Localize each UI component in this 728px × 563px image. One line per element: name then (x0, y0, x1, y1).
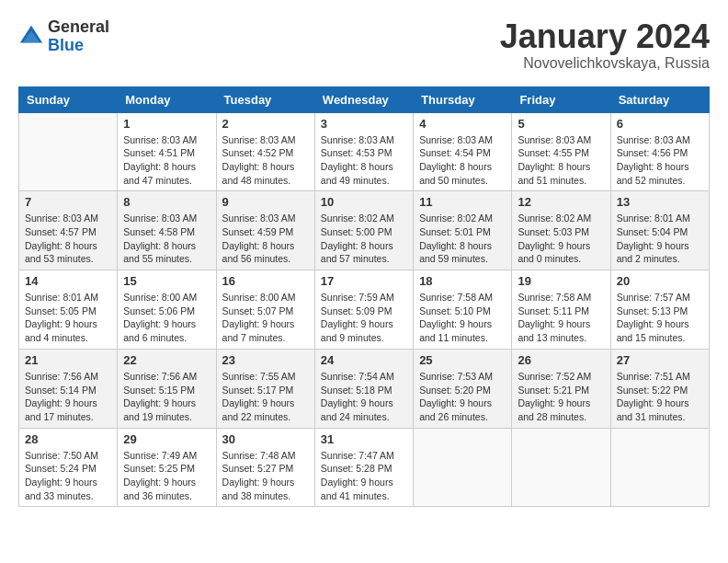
day-number: 5 (518, 117, 604, 131)
calendar-day-cell: 15Sunrise: 8:00 AM Sunset: 5:06 PM Dayli… (118, 270, 216, 350)
logo-general-text: General (48, 18, 109, 37)
weekday-header-row: SundayMondayTuesdayWednesdayThursdayFrid… (19, 86, 710, 112)
calendar-day-cell: 13Sunrise: 8:01 AM Sunset: 5:04 PM Dayli… (610, 191, 709, 270)
calendar-day-cell: 9Sunrise: 8:03 AM Sunset: 4:59 PM Daylig… (216, 191, 314, 270)
calendar-day-cell (414, 428, 512, 507)
day-info: Sunrise: 7:48 AM Sunset: 5:27 PM Dayligh… (222, 449, 309, 503)
day-number: 21 (25, 353, 111, 367)
day-info: Sunrise: 7:52 AM Sunset: 5:21 PM Dayligh… (518, 370, 604, 424)
calendar-week-row: 21Sunrise: 7:56 AM Sunset: 5:14 PM Dayli… (19, 349, 710, 428)
day-number: 25 (419, 353, 506, 367)
calendar-day-cell: 26Sunrise: 7:52 AM Sunset: 5:21 PM Dayli… (512, 349, 610, 428)
day-number: 6 (617, 117, 703, 131)
calendar-day-cell: 12Sunrise: 8:02 AM Sunset: 5:03 PM Dayli… (512, 191, 610, 270)
day-number: 2 (222, 117, 309, 131)
day-number: 11 (419, 195, 506, 209)
calendar-day-cell (512, 428, 610, 507)
day-info: Sunrise: 7:57 AM Sunset: 5:13 PM Dayligh… (617, 291, 703, 345)
day-info: Sunrise: 7:54 AM Sunset: 5:18 PM Dayligh… (321, 370, 407, 424)
day-number: 15 (123, 274, 210, 288)
day-info: Sunrise: 8:03 AM Sunset: 4:53 PM Dayligh… (321, 133, 407, 188)
day-number: 29 (123, 432, 210, 446)
calendar-day-cell: 17Sunrise: 7:59 AM Sunset: 5:09 PM Dayli… (314, 270, 413, 350)
logo-icon (18, 24, 44, 50)
day-number: 18 (419, 274, 506, 288)
day-info: Sunrise: 8:03 AM Sunset: 4:52 PM Dayligh… (222, 133, 309, 188)
day-info: Sunrise: 8:03 AM Sunset: 4:56 PM Dayligh… (617, 133, 703, 188)
calendar-day-cell: 16Sunrise: 8:00 AM Sunset: 5:07 PM Dayli… (216, 270, 314, 350)
calendar-day-cell: 3Sunrise: 8:03 AM Sunset: 4:53 PM Daylig… (314, 112, 413, 191)
day-number: 3 (321, 117, 407, 131)
calendar-week-row: 7Sunrise: 8:03 AM Sunset: 4:57 PM Daylig… (19, 191, 710, 270)
calendar-day-cell: 7Sunrise: 8:03 AM Sunset: 4:57 PM Daylig… (19, 191, 118, 270)
weekday-header-tuesday: Tuesday (216, 86, 314, 112)
day-number: 17 (321, 274, 407, 288)
weekday-header-friday: Friday (512, 86, 610, 112)
day-number: 26 (518, 353, 604, 367)
day-number: 28 (25, 432, 111, 446)
day-info: Sunrise: 7:56 AM Sunset: 5:14 PM Dayligh… (25, 370, 111, 424)
calendar-week-row: 28Sunrise: 7:50 AM Sunset: 5:24 PM Dayli… (19, 428, 710, 507)
day-info: Sunrise: 8:03 AM Sunset: 4:58 PM Dayligh… (123, 212, 210, 266)
calendar-body: 1Sunrise: 8:03 AM Sunset: 4:51 PM Daylig… (19, 112, 710, 507)
weekday-header-wednesday: Wednesday (314, 86, 413, 112)
day-number: 8 (123, 195, 210, 209)
calendar-day-cell: 27Sunrise: 7:51 AM Sunset: 5:22 PM Dayli… (610, 349, 709, 428)
day-info: Sunrise: 8:03 AM Sunset: 4:55 PM Dayligh… (518, 133, 604, 188)
day-number: 30 (222, 432, 309, 446)
page-header: General Blue January 2024 Novovelichkovs… (18, 18, 710, 72)
calendar-week-row: 1Sunrise: 8:03 AM Sunset: 4:51 PM Daylig… (19, 112, 710, 191)
calendar-title: January 2024 (500, 18, 710, 55)
day-number: 12 (518, 195, 604, 209)
calendar-day-cell: 19Sunrise: 7:58 AM Sunset: 5:11 PM Dayli… (512, 270, 610, 350)
logo-text: General Blue (48, 18, 109, 55)
day-info: Sunrise: 8:02 AM Sunset: 5:03 PM Dayligh… (518, 212, 604, 266)
day-info: Sunrise: 7:49 AM Sunset: 5:25 PM Dayligh… (123, 449, 210, 503)
calendar-day-cell: 31Sunrise: 7:47 AM Sunset: 5:28 PM Dayli… (314, 428, 413, 507)
weekday-header-monday: Monday (118, 86, 216, 112)
day-info: Sunrise: 8:03 AM Sunset: 4:59 PM Dayligh… (222, 212, 309, 266)
calendar-day-cell (19, 112, 118, 191)
calendar-day-cell: 2Sunrise: 8:03 AM Sunset: 4:52 PM Daylig… (216, 112, 314, 191)
day-number: 20 (617, 274, 703, 288)
day-info: Sunrise: 8:01 AM Sunset: 5:05 PM Dayligh… (25, 291, 111, 345)
day-number: 27 (617, 353, 703, 367)
calendar-day-cell: 23Sunrise: 7:55 AM Sunset: 5:17 PM Dayli… (216, 349, 314, 428)
weekday-header-saturday: Saturday (610, 86, 709, 112)
day-number: 19 (518, 274, 604, 288)
logo-blue-text: Blue (48, 37, 109, 55)
calendar-day-cell: 4Sunrise: 8:03 AM Sunset: 4:54 PM Daylig… (414, 112, 512, 191)
calendar-day-cell: 21Sunrise: 7:56 AM Sunset: 5:14 PM Dayli… (19, 349, 118, 428)
calendar-day-cell: 24Sunrise: 7:54 AM Sunset: 5:18 PM Dayli… (314, 349, 413, 428)
calendar-day-cell: 8Sunrise: 8:03 AM Sunset: 4:58 PM Daylig… (118, 191, 216, 270)
calendar-day-cell: 30Sunrise: 7:48 AM Sunset: 5:27 PM Dayli… (216, 428, 314, 507)
calendar-day-cell: 25Sunrise: 7:53 AM Sunset: 5:20 PM Dayli… (414, 349, 512, 428)
day-info: Sunrise: 8:03 AM Sunset: 4:54 PM Dayligh… (419, 133, 506, 188)
weekday-header-sunday: Sunday (19, 86, 118, 112)
calendar-day-cell: 10Sunrise: 8:02 AM Sunset: 5:00 PM Dayli… (314, 191, 413, 270)
logo: General Blue (18, 18, 109, 55)
day-number: 7 (25, 195, 111, 209)
day-info: Sunrise: 7:53 AM Sunset: 5:20 PM Dayligh… (419, 370, 506, 424)
day-info: Sunrise: 8:02 AM Sunset: 5:00 PM Dayligh… (321, 212, 407, 266)
day-number: 16 (222, 274, 309, 288)
day-info: Sunrise: 8:03 AM Sunset: 4:57 PM Dayligh… (25, 212, 111, 266)
day-info: Sunrise: 8:01 AM Sunset: 5:04 PM Dayligh… (617, 212, 703, 266)
day-info: Sunrise: 7:58 AM Sunset: 5:11 PM Dayligh… (518, 291, 604, 345)
calendar-day-cell (610, 428, 709, 507)
day-info: Sunrise: 7:56 AM Sunset: 5:15 PM Dayligh… (123, 370, 210, 424)
calendar-table: SundayMondayTuesdayWednesdayThursdayFrid… (18, 86, 710, 508)
calendar-day-cell: 1Sunrise: 8:03 AM Sunset: 4:51 PM Daylig… (118, 112, 216, 191)
day-number: 13 (617, 195, 703, 209)
calendar-day-cell: 22Sunrise: 7:56 AM Sunset: 5:15 PM Dayli… (118, 349, 216, 428)
calendar-day-cell: 6Sunrise: 8:03 AM Sunset: 4:56 PM Daylig… (610, 112, 709, 191)
day-info: Sunrise: 7:55 AM Sunset: 5:17 PM Dayligh… (222, 370, 309, 424)
day-number: 9 (222, 195, 309, 209)
calendar-header: SundayMondayTuesdayWednesdayThursdayFrid… (19, 86, 710, 112)
calendar-day-cell: 18Sunrise: 7:58 AM Sunset: 5:10 PM Dayli… (414, 270, 512, 350)
day-info: Sunrise: 8:03 AM Sunset: 4:51 PM Dayligh… (123, 133, 210, 188)
day-info: Sunrise: 7:59 AM Sunset: 5:09 PM Dayligh… (321, 291, 407, 345)
day-info: Sunrise: 8:02 AM Sunset: 5:01 PM Dayligh… (419, 212, 506, 266)
day-number: 10 (321, 195, 407, 209)
calendar-day-cell: 11Sunrise: 8:02 AM Sunset: 5:01 PM Dayli… (414, 191, 512, 270)
